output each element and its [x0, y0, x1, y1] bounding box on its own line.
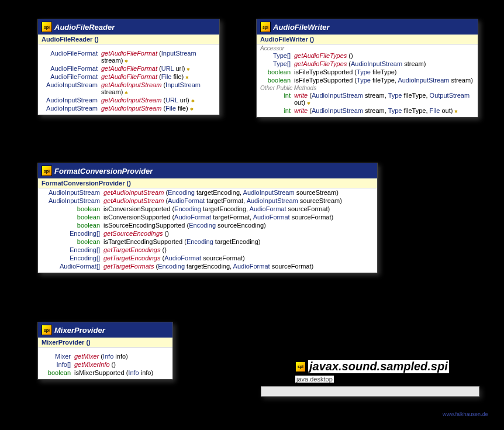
class-title: MixerProvider: [54, 326, 105, 335]
method-row: Encoding[]getSourceEncodings (): [38, 229, 377, 238]
param-type: AudioFormat: [174, 214, 211, 221]
class-header: spi AudioFileReader: [38, 19, 219, 35]
method-signature: getTargetEncodings (AudioFormat sourceFo…: [103, 254, 245, 262]
method-name: isConversionSupported: [103, 205, 170, 212]
return-type: AudioInputStream: [42, 81, 101, 95]
param-type: AudioFormat: [164, 254, 201, 262]
throws-icon: ✱: [191, 99, 195, 103]
return-type: AudioFileFormat: [42, 65, 101, 72]
method-signature: getAudioInputStream (InputStream stream)…: [101, 81, 216, 95]
param-name: sourceEncoding: [218, 222, 264, 229]
method-row: Encoding[]getTargetEncodings (AudioForma…: [38, 254, 377, 262]
return-type: Type[]: [260, 52, 294, 59]
method-row: AudioInputStreamgetAudioInputStream (URL…: [38, 96, 219, 104]
class-audiofilewriter: spi AudioFileWriter AudioFileWriter () A…: [256, 19, 478, 118]
return-type: AudioFileFormat: [42, 50, 101, 64]
method-name: write: [294, 107, 308, 114]
method-signature: getMixerInfo (): [74, 361, 116, 368]
method-name: isTargetEncodingSupported: [103, 238, 182, 245]
throws-icon: ✱: [185, 75, 189, 80]
method-name: getAudioInputStream: [101, 81, 161, 88]
throws-icon: ✱: [125, 91, 128, 95]
param-type: AudioInputStream: [351, 60, 402, 67]
method-signature: getAudioInputStream (AudioFormat targetF…: [103, 197, 342, 204]
class-title: AudioFileReader: [54, 23, 115, 32]
return-type: AudioInputStream: [42, 97, 101, 104]
param-name: stream: [365, 107, 385, 114]
spi-icon: spi: [295, 362, 306, 372]
method-name: getAudioFileFormat: [101, 73, 157, 80]
method-signature: getTargetEncodings (): [103, 246, 167, 253]
return-type: AudioInputStream: [42, 197, 103, 204]
param-type: Encoding: [174, 205, 201, 212]
throws-icon: ✱: [125, 59, 128, 63]
method-list-afw-acc: Type[]getAudioFileTypes ()Type[]getAudio…: [257, 51, 478, 84]
method-row: booleanisSourceEncodingSupported (Encodi…: [38, 221, 377, 229]
param-type: Info: [128, 369, 139, 376]
method-row: AudioInputStreamgetAudioInputStream (Fil…: [38, 104, 219, 112]
method-signature: getTargetFormats (Encoding targetEncodin…: [103, 263, 313, 270]
method-name: getAudioInputStream: [101, 105, 161, 112]
credit-link[interactable]: www.falkhausen.de: [443, 411, 488, 417]
section-accessor: Accessor: [257, 44, 478, 51]
param-type: Encoding: [187, 238, 213, 245]
return-type: boolean: [42, 222, 103, 229]
param-type: AudioInputStream: [312, 107, 363, 114]
spi-icon: spi: [42, 166, 52, 176]
return-type: Mixer: [42, 353, 74, 360]
method-name: getAudioFileFormat: [101, 65, 157, 72]
param-type: File: [165, 105, 176, 112]
method-name: isFileTypeSupported: [294, 68, 353, 75]
class-title: FormatConversionProvider: [54, 167, 153, 176]
method-signature: getAudioFileTypes (): [294, 52, 353, 59]
method-name: getAudioFileTypes: [294, 52, 347, 59]
method-row: booleanisFileTypeSupported (Type fileTyp…: [257, 76, 478, 84]
method-row: booleanisMixerSupported (Info info): [38, 369, 172, 377]
param-type: OutputStream: [430, 92, 470, 99]
method-list-afr: AudioFileFormatgetAudioFileFormat (Input…: [38, 49, 219, 112]
class-mixerprovider: spi MixerProvider MixerProvider () Mixer…: [37, 322, 173, 380]
param-name: info: [115, 353, 126, 360]
param-name: fileType: [372, 77, 395, 84]
param-type: File: [161, 73, 172, 80]
method-name: getAudioFileTypes: [294, 60, 347, 67]
method-row: AudioFileFormatgetAudioFileFormat (Input…: [38, 49, 219, 64]
throws-icon: ✱: [187, 67, 190, 71]
param-name: sourceStream: [296, 189, 336, 196]
method-row: intwrite (AudioInputStream stream, Type …: [257, 91, 478, 106]
return-type: Info[]: [42, 361, 74, 368]
method-name: getTargetEncodings: [103, 254, 160, 262]
method-row: intwrite (AudioInputStream stream, Type …: [257, 106, 478, 115]
param-name: sourceFormat: [203, 254, 243, 262]
param-type: AudioInputStream: [312, 92, 363, 99]
method-row: AudioFileFormatgetAudioFileFormat (URL u…: [38, 64, 219, 73]
param-type: Encoding: [189, 222, 216, 229]
param-name: targetFormat: [206, 197, 243, 204]
method-row: Info[]getMixerInfo (): [38, 360, 172, 369]
return-type: boolean: [42, 369, 74, 376]
module-name: java.desktop: [295, 376, 334, 383]
method-signature: isConversionSupported (AudioFormat targe…: [103, 214, 333, 221]
method-list-fcp: AudioInputStreamgetAudioInputStream (Enc…: [38, 188, 377, 270]
method-signature: getAudioFileFormat (URL url) ✱: [101, 65, 190, 72]
spi-icon: spi: [42, 22, 52, 32]
method-name: write: [294, 92, 308, 99]
spi-icon: spi: [42, 325, 52, 335]
param-type: InputStream: [161, 50, 196, 57]
method-row: booleanisFileTypeSupported (Type fileTyp…: [257, 68, 478, 76]
param-type: Type: [388, 92, 402, 99]
param-name: targetEncoding: [187, 263, 230, 270]
param-name: sourceStream: [300, 197, 340, 204]
method-row: AudioInputStreamgetAudioInputStream (Aud…: [38, 197, 377, 205]
method-signature: getSourceEncodings (): [103, 230, 169, 237]
param-name: info: [141, 369, 151, 376]
param-type: Type: [357, 68, 371, 75]
method-list-mp: MixergetMixer (Info info)Info[]getMixerI…: [38, 352, 172, 377]
method-name: getAudioInputStream: [103, 189, 164, 196]
param-type: InputStream: [165, 81, 201, 88]
throws-icon: ✱: [307, 101, 310, 105]
method-name: isFileTypeSupported: [294, 77, 353, 84]
method-signature: getAudioFileFormat (File file) ✱: [101, 73, 189, 80]
return-type: AudioInputStream: [42, 189, 103, 196]
param-name: targetEncoding: [215, 238, 258, 245]
